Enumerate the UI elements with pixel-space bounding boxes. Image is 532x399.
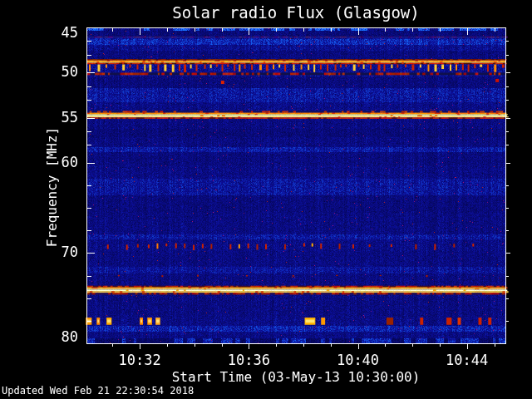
x-axis-tick-labels: 10:3210:3610:4010:44 <box>0 0 532 399</box>
x-tick-label: 10:44 <box>430 352 505 368</box>
updated-timestamp: Updated Wed Feb 21 22:30:54 2018 <box>2 385 194 397</box>
x-axis-title: Start Time (03-May-13 10:30:00) <box>86 369 505 385</box>
x-tick-label: 10:36 <box>211 352 286 368</box>
x-tick-label: 10:32 <box>102 352 177 368</box>
x-tick-label: 10:40 <box>321 352 396 368</box>
solar-radio-flux-spectrogram: Solar radio Flux (Glasgow) Frequency [MH… <box>0 0 532 399</box>
